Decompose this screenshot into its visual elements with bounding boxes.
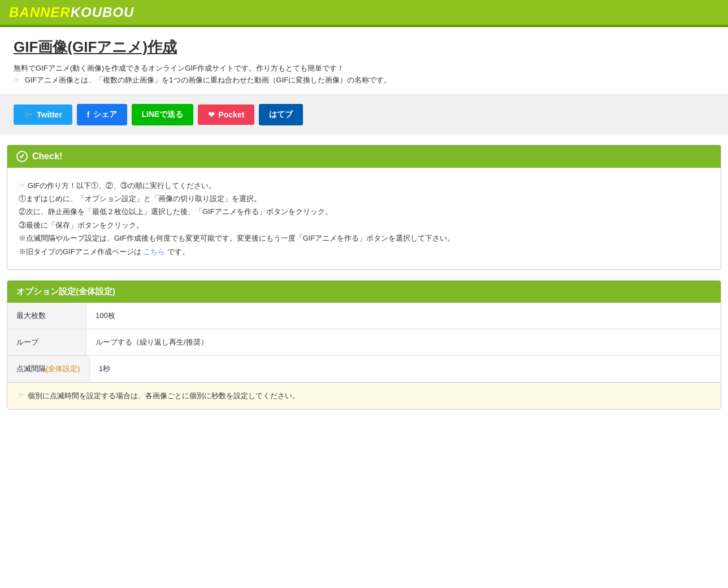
description-line2: GIFアニメ画像とは、「複数の静止画像」を1つの画像に重ね合わせた動画（GIFに… (25, 76, 392, 84)
check-section: ✔ Check! ☞ GIFの作り方！以下①、②、③の順に実行してください。 ①… (7, 145, 721, 270)
option-value-interval: 1秒 (90, 356, 721, 382)
option-label-interval: 点滅間隔(全体設定) (7, 356, 90, 382)
option-label-maxframes: 最大枚数 (7, 303, 86, 329)
check-line3: ②次に、静止画像を「最低２枚位以上」選択した後、「GIFアニメを作る」ボタンをク… (19, 205, 709, 218)
line-button[interactable]: LINEで送る (132, 104, 194, 125)
page-description: 無料でGIFアニメ(動く画像)を作成できるオンラインGIF作成サイトです。作り方… (14, 63, 714, 86)
info-text: 個別に点滅時間を設定する場合は、各画像ごとに個別に秒数を設定してください。 (28, 391, 300, 401)
line-label: LINEで送る (142, 110, 184, 120)
hatena-button[interactable]: はてブ (259, 104, 303, 125)
page-title: GIF画像(GIFアニメ)作成 (14, 37, 714, 57)
facebook-icon: f (87, 110, 90, 119)
check-body: ☞ GIFの作り方！以下①、②、③の順に実行してください。 ①まずはじめに、「オ… (7, 168, 721, 269)
header: BANNERKOUBOU (0, 0, 728, 25)
check-header-label: Check! (32, 151, 62, 162)
facebook-button[interactable]: f シェア (77, 104, 127, 125)
check-header: ✔ Check! (7, 145, 721, 168)
check-line2: ①まずはじめに、「オプション設定」と「画像の切り取り設定」を選択。 (19, 192, 709, 205)
option-value-loop: ループする（繰り返し再生/推奨） (86, 329, 721, 355)
logo-banner: BANNER (9, 5, 71, 20)
description-icon: ☞ (14, 76, 20, 84)
check-line1: ☞ GIFの作り方！以下①、②、③の順に実行してください。 (19, 179, 709, 192)
logo: BANNERKOUBOU (9, 5, 134, 20)
option-value-maxframes: 100枚 (86, 303, 721, 329)
options-body: 最大枚数 100枚 ループ ループする（繰り返し再生/推奨） 点滅間隔(全体設定… (7, 303, 721, 409)
option-row-maxframes: 最大枚数 100枚 (7, 303, 721, 329)
twitter-button[interactable]: 🐦 Twitter (14, 104, 72, 125)
facebook-label: シェア (93, 110, 117, 120)
option-label-interval-highlight: (全体設定) (46, 364, 80, 374)
options-section: オプション設定(全体設定) 最大枚数 100枚 ループ ループする（繰り返し再生… (7, 280, 721, 410)
check-icon1: ☞ (19, 181, 25, 190)
option-row-loop: ループ ループする（繰り返し再生/推奨） (7, 329, 721, 356)
check-line4: ③最後に「保存」ボタンをクリック。 (19, 219, 709, 232)
options-header: オプション設定(全体設定) (7, 281, 721, 303)
option-label-loop: ループ (7, 329, 86, 355)
info-box: ☞ 個別に点滅時間を設定する場合は、各画像ごとに個別に秒数を設定してください。 (7, 382, 721, 409)
old-type-link[interactable]: こちら (143, 247, 165, 256)
pocket-label: Pocket (218, 110, 244, 119)
option-row-interval: 点滅間隔(全体設定) 1秒 (7, 356, 721, 382)
pocket-button[interactable]: ❤ Pocket (198, 104, 254, 125)
check-line6: ※旧タイプのGIFアニメ作成ページは こちら です。 (19, 245, 709, 258)
check-line5: ※点滅間隔やループ設定は、GIF作成後も何度でも変更可能です。変更後にもう一度「… (19, 232, 709, 245)
page-title-section: GIF画像(GIFアニメ)作成 無料でGIFアニメ(動く画像)を作成できるオンラ… (0, 27, 728, 95)
check-circle-icon: ✔ (16, 151, 28, 162)
twitter-icon: 🐦 (24, 110, 33, 119)
logo-koubou: KOUBOU (71, 5, 135, 20)
twitter-label: Twitter (37, 110, 62, 119)
description-line1: 無料でGIFアニメ(動く画像)を作成できるオンラインGIF作成サイトです。作り方… (14, 64, 344, 72)
social-section: 🐦 Twitter f シェア LINEで送る ❤ Pocket はてブ (0, 95, 728, 134)
hatena-label: はてブ (269, 110, 293, 120)
info-icon: ☞ (18, 391, 24, 399)
pocket-icon: ❤ (208, 110, 215, 119)
